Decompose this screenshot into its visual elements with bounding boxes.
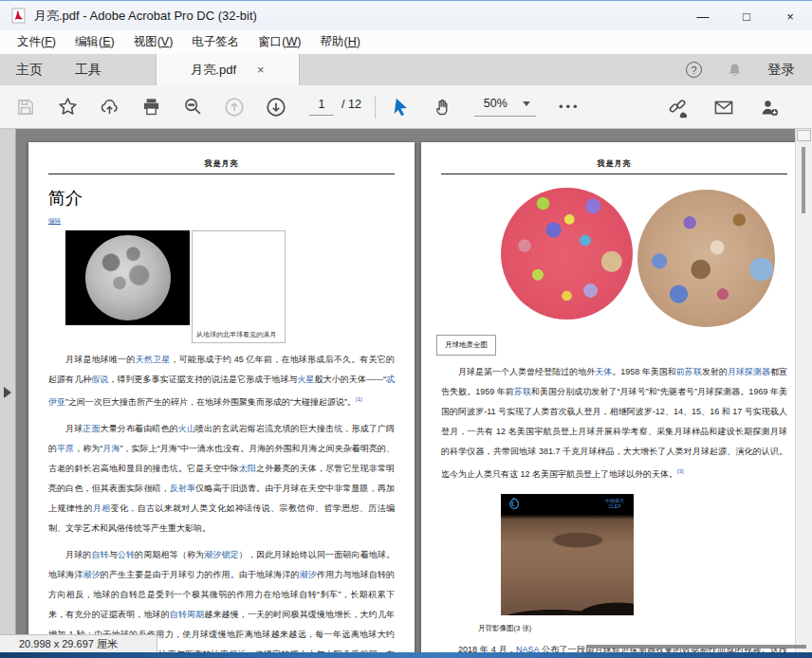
running-header: 我是月亮 [441, 158, 787, 174]
photo-caption: 月背影像图(3 张) [478, 624, 807, 633]
clep-logo-icon [507, 497, 522, 514]
nav-pane-toggle-icon[interactable] [4, 387, 11, 398]
edit-link[interactable]: 编辑 [48, 217, 61, 226]
chevron-down-icon[interactable] [523, 101, 530, 106]
toolbar-separator [375, 96, 376, 119]
add-user-icon[interactable] [759, 97, 780, 118]
tab-bar: 主页 工具 月亮.pdf × ? 登录 [0, 54, 812, 85]
menu-window[interactable]: 窗口(W) [249, 31, 310, 53]
page-dimensions-indicator: 20.998 x 29.697 厘米 [0, 634, 157, 652]
minimize-button[interactable]: — [681, 2, 725, 31]
running-header: 我是月亮 [48, 158, 395, 174]
bell-icon[interactable] [727, 62, 743, 79]
paragraph: 月球是地球唯一的天然卫星，可能形成于约 45 亿年前，在地球形成后不久。有关它的… [48, 350, 395, 412]
vertical-scrollbar[interactable] [795, 129, 812, 652]
page-count-label: / 12 [341, 98, 361, 111]
paragraph: 月球正面大量分布着由暗色的火山喷出的玄武岩熔岩流充填的巨大撞击坑，形成了广阔的平… [48, 419, 395, 539]
select-tool-icon[interactable] [391, 97, 412, 118]
send-link-icon[interactable] [668, 97, 689, 118]
moon-disc [85, 235, 171, 320]
save-icon[interactable] [15, 97, 36, 118]
moon-figure: 从地球的北半球看见的满月 [65, 230, 415, 343]
menu-view[interactable]: 视图(V) [124, 31, 183, 53]
print-icon[interactable] [140, 97, 161, 118]
menu-esign[interactable]: 电子签名 [182, 31, 249, 53]
zoom-control[interactable]: 50% [474, 97, 536, 117]
map-caption: 月球地质全图 [436, 335, 496, 356]
maximize-button[interactable]: □ [725, 2, 768, 31]
menu-help[interactable]: 帮助(H) [311, 31, 370, 53]
navigation-pane-strip [0, 129, 16, 652]
vertical-scroll-thumb[interactable] [802, 147, 805, 213]
close-tab-icon[interactable]: × [257, 63, 265, 77]
sign-in-button[interactable]: 登录 [767, 61, 795, 79]
page-dimensions-value: 20.998 x 29.697 厘米 [19, 637, 118, 651]
clep-logo-text: 中国探月 CLEP [600, 498, 629, 509]
geologic-map-nearside [501, 188, 633, 320]
full-moon-image [65, 230, 190, 325]
window-title: 月亮.pdf - Adobe Acrobat Pro DC (32-bit) [34, 8, 257, 25]
main-toolbar: 1 / 12 50% ••• [0, 85, 812, 129]
paragraph: 月球是第一个人类曾经登陆过的地外天体。1958 年美国和前苏联发射的月球探测器都… [441, 362, 787, 484]
tab-tools[interactable]: 工具 [59, 54, 118, 85]
more-tools-icon[interactable]: ••• [559, 100, 581, 114]
pdf-page-2: 我是月亮 月球地质全图 月球是第一个人类曾经登陆过的地外天体。1958 年美国和… [421, 142, 807, 652]
section-heading: 简介 [48, 187, 395, 210]
close-button[interactable]: × [768, 2, 812, 31]
menu-file[interactable]: 文件(F) [8, 31, 65, 53]
acrobat-pdf-icon [11, 8, 26, 24]
farside-surface-photo: 中国探月 CLEP [501, 494, 634, 615]
share-cloud-icon[interactable] [99, 97, 120, 118]
document-tab-label: 月亮.pdf [191, 62, 236, 79]
document-pane[interactable]: 我是月亮 简介 编辑 从地球的北半球看见的满月 月球是地球唯一的天然卫星，可能形… [0, 129, 812, 652]
menu-edit[interactable]: 编辑(E) [65, 31, 124, 53]
page-number-input[interactable]: 1 [309, 98, 334, 116]
email-icon[interactable] [713, 97, 734, 118]
next-page-icon[interactable] [266, 97, 286, 118]
tab-home[interactable]: 主页 [0, 54, 59, 85]
previous-page-icon[interactable] [224, 97, 245, 118]
figure-caption: 从地球的北半球看见的满月 [196, 330, 282, 338]
horizontal-scroll-thumb[interactable] [586, 645, 806, 649]
acrobat-window: 月亮.pdf - Adobe Acrobat Pro DC (32-bit) —… [0, 0, 812, 658]
geologic-map-farside [637, 190, 775, 327]
scroll-up-button[interactable] [797, 130, 811, 141]
zoom-level-value[interactable]: 50% [484, 97, 508, 110]
pdf-page-1: 我是月亮 简介 编辑 从地球的北半球看见的满月 月球是地球唯一的天然卫星，可能形… [28, 142, 415, 652]
desktop-edge [0, 652, 812, 658]
title-bar: 月亮.pdf - Adobe Acrobat Pro DC (32-bit) —… [0, 0, 812, 30]
help-icon[interactable]: ? [686, 62, 702, 78]
tab-document[interactable]: 月亮.pdf × [156, 54, 300, 85]
star-icon[interactable] [57, 97, 78, 118]
figure-frame: 从地球的北半球看见的满月 [192, 230, 286, 343]
geologic-map-figure [501, 188, 807, 327]
menu-bar: 文件(F) 编辑(E) 视图(V) 电子签名 窗口(W) 帮助(H) [0, 30, 812, 54]
search-icon[interactable] [182, 97, 203, 118]
hand-tool-icon[interactable] [433, 97, 453, 118]
